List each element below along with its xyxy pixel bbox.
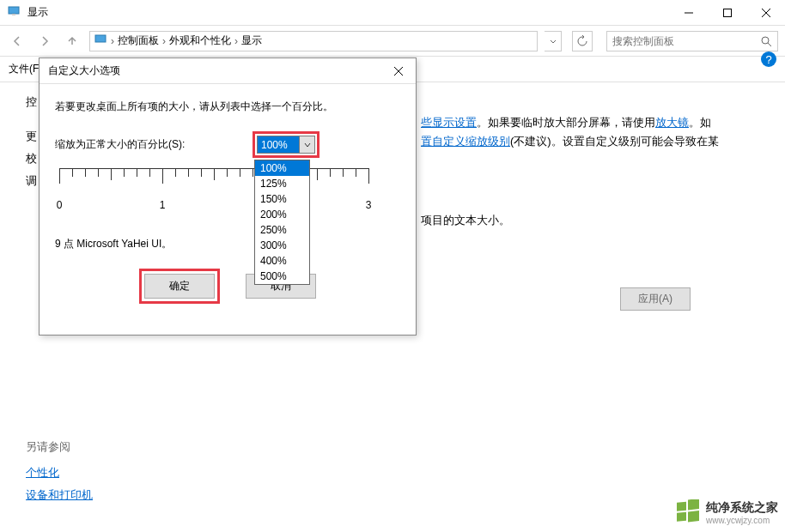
ruler-label: 0 [57,199,63,211]
side-link[interactable]: 更 [26,125,37,148]
svg-rect-9 [677,502,686,511]
dropdown-option[interactable]: 300% [255,238,309,253]
background-text-2: 项目的文本大小。 [421,213,510,228]
svg-rect-1 [12,14,15,15]
side-link[interactable]: 调 [26,170,37,192]
custom-scale-link[interactable]: 置自定义缩放级别 [421,135,510,148]
side-links: 控 更 校 调 [26,91,37,192]
personalize-link[interactable]: 个性化 [26,462,93,484]
watermark-url: www.ycwjzy.com [706,516,778,525]
chevron-down-icon[interactable] [299,136,314,153]
crumb-display[interactable]: 显示 [241,33,262,48]
footer-heading: 另请参阅 [26,436,93,458]
chevron-right-icon: › [162,35,166,47]
background-text: 些显示设置。如果要临时放大部分屏幕，请使用放大镜。如 置自定义缩放级别(不建议)… [421,113,764,151]
scale-combo-highlight: 100% [253,131,319,158]
svg-line-8 [768,43,771,46]
display-settings-link[interactable]: 些显示设置 [421,116,477,129]
search-input[interactable] [612,35,760,47]
font-sample: 9 点 Microsoft YaHei UI。 [55,237,400,251]
minimize-button[interactable] [669,0,708,26]
svg-rect-12 [688,511,699,522]
dropdown-option[interactable]: 200% [255,207,309,222]
breadcrumb-dropdown[interactable] [545,31,562,51]
ruler-label: 1 [160,199,166,211]
footer-links: 另请参阅 个性化 设备和打印机 [26,436,93,506]
dropdown-option[interactable]: 150% [255,191,309,207]
close-button[interactable] [746,0,785,26]
back-button[interactable] [7,31,27,51]
svg-rect-10 [688,499,699,510]
scale-label: 缩放为正常大小的百分比(S): [55,137,253,152]
dropdown-option[interactable]: 250% [255,222,309,238]
nav-bar: › 控制面板 › 外观和个性化 › 显示 [0,26,785,57]
dropdown-option[interactable]: 400% [255,253,309,269]
svg-rect-3 [723,9,731,16]
maximize-button[interactable] [708,0,746,26]
svg-rect-6 [95,35,106,42]
scale-value[interactable]: 100% [258,136,299,153]
ok-button-highlight: 确定 [139,269,220,304]
watermark: 纯净系统之家 www.ycwjzy.com [675,499,778,525]
windows-icon [675,499,701,525]
dropdown-option[interactable]: 100% [255,160,309,176]
ok-button[interactable]: 确定 [144,274,215,299]
dropdown-option[interactable]: 500% [255,269,309,284]
devices-link[interactable]: 设备和打印机 [26,484,93,506]
monitor-icon [94,33,107,49]
dialog-title: 自定义大小选项 [48,63,390,78]
crumb-appearance[interactable]: 外观和个性化 [169,33,231,48]
side-link[interactable]: 控 [26,91,37,113]
forward-button[interactable] [34,31,55,51]
svg-rect-0 [9,7,19,14]
dialog-close-button[interactable] [390,63,407,80]
scale-combobox[interactable]: 100% [257,136,315,154]
ruler-label: 3 [366,199,372,211]
refresh-button[interactable] [572,31,593,51]
scale-dropdown-list[interactable]: 100%125%150%200%250%300%400%500% [254,160,310,285]
menu-file[interactable]: 文件(F [9,62,39,76]
dialog-description: 若要更改桌面上所有项的大小，请从列表中选择一个百分比。 [55,100,400,114]
dropdown-option[interactable]: 125% [255,176,309,191]
svg-rect-11 [677,512,686,522]
crumb-control-panel[interactable]: 控制面板 [118,33,159,48]
search-icon [760,35,772,47]
watermark-text: 纯净系统之家 [706,500,778,516]
side-link[interactable]: 校 [26,148,37,170]
apply-button[interactable]: 应用(A) [620,287,691,311]
search-box[interactable] [606,31,778,51]
window-title: 显示 [27,5,669,20]
svg-point-7 [762,37,769,44]
magnifier-link[interactable]: 放大镜 [655,116,689,129]
chevron-right-icon: › [111,35,114,47]
custom-size-dialog: 自定义大小选项 若要更改桌面上所有项的大小，请从列表中选择一个百分比。 缩放为正… [39,57,417,336]
dialog-title-bar: 自定义大小选项 [40,58,416,84]
ruler[interactable]: 0123 [55,168,373,220]
title-bar: 显示 [0,0,785,26]
breadcrumb[interactable]: › 控制面板 › 外观和个性化 › 显示 [89,31,538,51]
monitor-icon [7,4,21,21]
help-icon[interactable]: ? [761,51,776,67]
chevron-right-icon: › [234,35,238,47]
up-button[interactable] [62,31,82,51]
